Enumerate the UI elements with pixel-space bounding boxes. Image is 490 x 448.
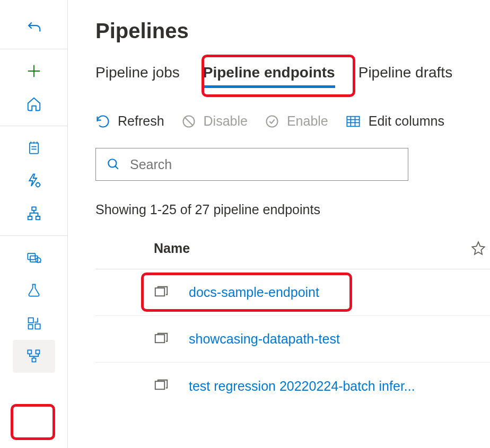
svg-rect-5 [28, 253, 35, 260]
enable-button[interactable]: Enable [265, 113, 328, 129]
tree-icon [26, 206, 42, 222]
search-icon [107, 157, 120, 171]
star-icon [471, 241, 486, 256]
main-content: Pipelines Pipeline jobs Pipeline endpoin… [68, 0, 490, 448]
svg-rect-4 [36, 216, 40, 219]
svg-rect-3 [28, 216, 32, 219]
lightning-gear-icon [26, 173, 42, 189]
svg-rect-12 [36, 350, 39, 354]
pipeline-icon [27, 349, 41, 364]
svg-rect-18 [155, 288, 165, 296]
refresh-label: Refresh [118, 113, 164, 129]
sidebar-jobs[interactable] [13, 274, 55, 307]
status-text: Showing 1-25 of 27 pipeline endpoints [95, 202, 490, 217]
svg-rect-2 [32, 207, 36, 210]
tab-pipeline-drafts[interactable]: Pipeline drafts [358, 64, 452, 88]
disable-button[interactable]: Disable [181, 113, 248, 129]
svg-rect-9 [35, 324, 40, 329]
sidebar-components[interactable] [13, 307, 55, 340]
table-header: Name [95, 241, 490, 269]
enable-label: Enable [287, 113, 328, 129]
svg-rect-16 [347, 116, 359, 126]
endpoint-link[interactable]: showcasing-datapath-test [189, 331, 340, 347]
sidebar-back[interactable] [13, 11, 55, 43]
disable-label: Disable [204, 113, 248, 129]
home-icon [26, 96, 42, 112]
svg-rect-13 [32, 358, 36, 362]
edit-columns-label: Edit columns [369, 113, 444, 129]
svg-rect-11 [28, 350, 31, 354]
columns-icon [345, 114, 361, 129]
stack-icon [153, 285, 170, 301]
enable-icon [265, 114, 279, 129]
flask-icon [27, 283, 41, 298]
components-icon [27, 316, 41, 331]
svg-point-1 [36, 183, 40, 187]
svg-rect-10 [28, 324, 32, 329]
sidebar-notebooks[interactable] [13, 131, 55, 164]
sidebar-pipelines[interactable] [13, 340, 55, 373]
stack-icon [153, 331, 170, 347]
svg-rect-20 [155, 381, 165, 389]
table-row[interactable]: showcasing-datapath-test [95, 316, 490, 363]
sidebar-data[interactable] [13, 241, 55, 274]
back-arrow-icon [25, 18, 43, 36]
endpoint-link[interactable]: test regression 20220224-batch infer... [189, 379, 415, 394]
favorite-column[interactable] [471, 241, 486, 259]
tab-pipeline-endpoints[interactable]: Pipeline endpoints [203, 64, 335, 88]
page-title: Pipelines [95, 19, 490, 43]
plus-icon [26, 63, 42, 79]
svg-point-15 [266, 116, 277, 127]
search-box[interactable] [95, 148, 408, 181]
search-input[interactable] [129, 156, 397, 173]
sidebar-add[interactable] [13, 55, 55, 87]
disable-icon [181, 114, 196, 129]
col-name: Name [154, 241, 190, 256]
refresh-icon [95, 114, 110, 129]
sidebar [0, 0, 68, 448]
endpoint-link[interactable]: docs-sample-endpoint [189, 285, 319, 300]
stack-icon [153, 378, 170, 394]
tabs: Pipeline jobs Pipeline endpoints Pipelin… [95, 64, 490, 88]
table-row[interactable]: docs-sample-endpoint [95, 269, 490, 316]
sidebar-home[interactable] [13, 87, 55, 120]
edit-columns-button[interactable]: Edit columns [345, 113, 444, 129]
toolbar: Refresh Disable Enable Edit columns [95, 113, 490, 129]
svg-rect-19 [155, 335, 165, 342]
sidebar-designer[interactable] [13, 197, 55, 230]
refresh-button[interactable]: Refresh [95, 113, 164, 129]
notebook-icon [27, 140, 41, 156]
tab-pipeline-jobs[interactable]: Pipeline jobs [95, 64, 180, 88]
svg-point-17 [108, 159, 116, 167]
svg-rect-8 [28, 318, 33, 323]
sidebar-automated[interactable] [13, 164, 55, 197]
annotation-sidebar-highlight [11, 404, 55, 440]
data-icon [25, 250, 42, 265]
table-row[interactable]: test regression 20220224-batch infer... [95, 363, 490, 409]
svg-rect-0 [29, 143, 38, 154]
